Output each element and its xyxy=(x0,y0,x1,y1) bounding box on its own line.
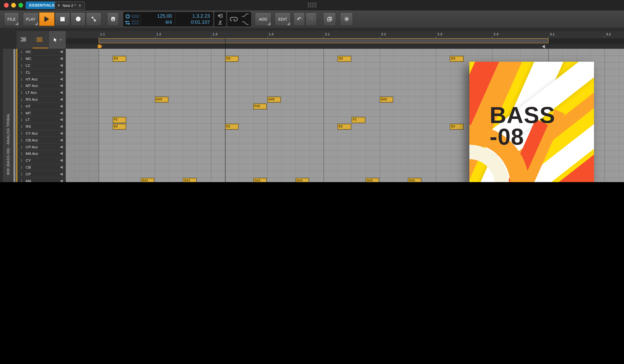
track-mute-speaker-icon[interactable] xyxy=(60,64,64,67)
note-G#1[interactable]: G#1 xyxy=(366,178,379,182)
loop-icon[interactable] xyxy=(230,16,238,22)
track-mute-speaker-icon[interactable] xyxy=(60,84,64,88)
play-start-marker[interactable] xyxy=(98,45,102,48)
pointer-tool-button[interactable] xyxy=(49,31,66,49)
edit-menu-button[interactable]: EDIT xyxy=(275,12,291,26)
note-E2[interactable]: E2 xyxy=(225,124,239,130)
note-D3[interactable]: D3 xyxy=(113,56,126,62)
position-display[interactable]: 1.3.2.23 xyxy=(177,14,210,18)
track-row-cy[interactable]: 1CY xyxy=(17,157,66,164)
track-row-lt-acc[interactable]: 1LT Acc xyxy=(17,90,66,96)
automation-touch-icon[interactable] xyxy=(242,21,249,25)
track-row-ht[interactable]: 1HT xyxy=(17,103,66,110)
automation-write-icon[interactable] xyxy=(242,13,249,17)
editor-vertical-scrollbar[interactable] xyxy=(13,49,16,182)
track-mute-speaker-icon[interactable] xyxy=(60,77,64,81)
track-mute-speaker-icon[interactable] xyxy=(60,91,64,94)
duplicate-button[interactable] xyxy=(323,12,336,26)
track-mute-speaker-icon[interactable] xyxy=(60,98,64,101)
editor-chain-panel[interactable]: 808 (BASS-08) - ANALOG TRIBAL xyxy=(3,49,13,182)
track-mute-speaker-icon[interactable] xyxy=(60,138,64,142)
add-button[interactable]: ADD xyxy=(255,12,271,26)
capture-button[interactable] xyxy=(107,12,119,26)
loop-region[interactable] xyxy=(99,38,548,43)
track-row-ma[interactable]: 1MA xyxy=(17,178,66,182)
minimize-window-button[interactable] xyxy=(11,3,16,8)
track-mute-speaker-icon[interactable] xyxy=(60,173,64,176)
playhead[interactable] xyxy=(225,38,226,182)
track-mute-speaker-icon[interactable] xyxy=(60,166,64,169)
tab-track-list[interactable] xyxy=(21,38,26,42)
track-row-cp-acc[interactable]: 1CP Acc xyxy=(17,144,66,151)
note-D3[interactable]: D3 xyxy=(225,56,239,62)
note-G#1[interactable]: G#1 xyxy=(408,178,421,182)
tempo-display[interactable]: 125.00 xyxy=(145,14,172,18)
track-row-mt-acc[interactable]: 1MT Acc xyxy=(17,83,66,90)
note-F2[interactable]: F2 xyxy=(352,117,365,123)
note-G#1[interactable]: G#1 xyxy=(183,178,197,182)
note-E2[interactable]: E2 xyxy=(338,124,351,130)
play-button[interactable] xyxy=(39,12,54,26)
track-row-mc[interactable]: 1MC xyxy=(17,56,66,63)
track-row-cb-acc[interactable]: 1CB Acc xyxy=(17,137,66,144)
file-menu-button[interactable]: FILE xyxy=(4,12,19,26)
track-row-rs[interactable]: 1RS xyxy=(17,123,66,130)
track-mute-speaker-icon[interactable] xyxy=(60,145,64,149)
record-button[interactable] xyxy=(71,12,86,26)
track-mute-speaker-icon[interactable] xyxy=(60,125,64,128)
track-row-ma-acc[interactable]: 1MA Acc xyxy=(17,151,66,157)
note-E2[interactable]: E2 xyxy=(450,124,464,130)
note-G#2[interactable]: G#2 xyxy=(155,97,168,103)
track-mute-speaker-icon[interactable] xyxy=(60,111,64,114)
note-D3[interactable]: D3 xyxy=(338,56,351,62)
track-row-cb[interactable]: 1CB xyxy=(17,164,66,171)
note-G#1[interactable]: G#1 xyxy=(141,178,154,182)
stop-icon xyxy=(60,17,65,21)
track-row-mt[interactable]: 1MT xyxy=(17,110,66,116)
punch-icon[interactable] xyxy=(217,13,223,18)
track-mute-speaker-icon[interactable] xyxy=(60,159,64,162)
track-number: 1 xyxy=(21,159,26,162)
tab-close-icon[interactable]: ✕ xyxy=(78,3,81,7)
zoom-window-button[interactable] xyxy=(18,3,23,8)
time-signature-display[interactable]: 4/4 xyxy=(145,20,172,24)
note-G#1[interactable]: G#1 xyxy=(253,178,267,182)
note-F2[interactable]: F2 xyxy=(113,117,126,123)
track-row-cp[interactable]: 1CP xyxy=(17,171,66,178)
track-mute-speaker-icon[interactable] xyxy=(60,118,64,121)
note-F#2[interactable]: F#2 xyxy=(253,103,267,109)
note-E2[interactable]: E2 xyxy=(113,124,126,130)
note-D3[interactable]: D3 xyxy=(450,56,464,62)
track-row-lt[interactable]: 1LT xyxy=(17,116,66,123)
document-tab[interactable]: New 2 * ✕ xyxy=(54,1,85,10)
track-mute-speaker-icon[interactable] xyxy=(60,179,64,182)
note-G#2[interactable]: G#2 xyxy=(267,97,281,103)
play-menu-button[interactable]: PLAY xyxy=(23,12,39,26)
track-mute-speaker-icon[interactable] xyxy=(60,132,64,135)
cancel-button[interactable] xyxy=(340,12,353,26)
undo-button[interactable]: ↶ xyxy=(293,12,305,26)
stop-button[interactable] xyxy=(55,12,70,26)
metronome-icon[interactable] xyxy=(217,20,223,25)
time-display[interactable]: 0:01.107 xyxy=(177,20,210,24)
track-mute-speaker-icon[interactable] xyxy=(60,152,64,155)
tab-drum-grid[interactable] xyxy=(36,37,42,42)
redo-button[interactable]: ↷ xyxy=(305,12,317,26)
note-G#1[interactable]: G#1 xyxy=(295,178,309,182)
track-row-hc[interactable]: 1HC xyxy=(17,49,66,56)
timeline-ruler[interactable]: 1.11.21.31.42.12.22.32.43.13.2 xyxy=(66,31,624,38)
track-mute-speaker-icon[interactable] xyxy=(60,50,64,54)
overdub-button[interactable] xyxy=(86,12,102,26)
track-row-lc[interactable]: 1LC xyxy=(17,62,66,69)
note-G#2[interactable]: G#2 xyxy=(380,97,393,103)
track-mute-speaker-icon[interactable] xyxy=(60,57,64,60)
loop-end-marker[interactable] xyxy=(542,45,545,48)
essentials-badge[interactable]: ESSENTIALS xyxy=(26,1,58,9)
track-row-ht-acc[interactable]: 1HT Acc xyxy=(17,76,66,83)
close-window-button[interactable] xyxy=(4,3,9,8)
track-row-cy-acc[interactable]: 1CY Acc xyxy=(17,130,66,137)
track-row-rs-acc[interactable]: 1RS Acc xyxy=(17,96,66,103)
track-mute-speaker-icon[interactable] xyxy=(60,71,64,74)
track-mute-speaker-icon[interactable] xyxy=(60,105,64,108)
track-row-cl[interactable]: 1CL xyxy=(17,69,66,76)
